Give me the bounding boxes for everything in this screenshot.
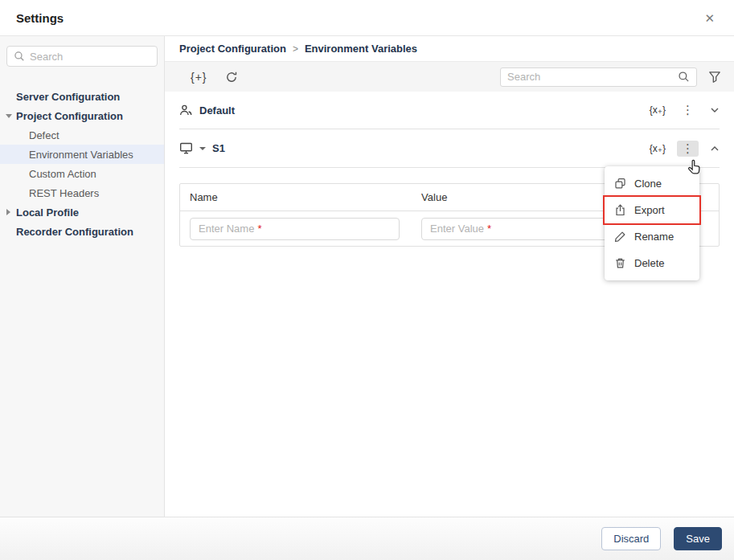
name-field[interactable]: Enter Name * xyxy=(190,218,400,240)
breadcrumb-parent[interactable]: Project Configuration xyxy=(179,43,286,55)
sidebar-item-rest-headers[interactable]: REST Headers xyxy=(0,183,164,202)
chevron-down-icon[interactable] xyxy=(710,105,720,115)
variables-search-input[interactable] xyxy=(507,71,673,83)
section-row-s1: S1 {x₊} ⋮ xyxy=(179,129,720,168)
section-dropdown-icon[interactable] xyxy=(199,147,206,150)
search-icon xyxy=(678,71,690,83)
sidebar-item-custom-action[interactable]: Custom Action xyxy=(0,164,164,183)
rename-icon xyxy=(614,231,626,243)
kebab-menu-icon[interactable]: ⋮ xyxy=(677,102,699,118)
close-icon[interactable]: ✕ xyxy=(701,9,718,27)
add-variable-icon[interactable]: {x₊} xyxy=(650,143,666,154)
sidebar-item-defect[interactable]: Defect xyxy=(0,125,164,145)
sidebar-item-local-profile[interactable]: Local Profile xyxy=(0,202,164,222)
dialog-title: Settings xyxy=(16,11,64,25)
env-content: Default {x₊} ⋮ S1 xyxy=(165,92,734,517)
env-toolbar: {+} xyxy=(165,62,734,92)
menu-item-export[interactable]: Export xyxy=(605,197,699,223)
section-name-default: Default xyxy=(199,104,235,116)
column-header-name: Name xyxy=(180,191,412,203)
kebab-menu-icon-active[interactable]: ⋮ xyxy=(677,141,699,157)
search-icon xyxy=(14,51,25,62)
section-context-menu: Clone Export Rename Delete xyxy=(605,166,699,280)
save-button[interactable]: Save xyxy=(674,527,722,550)
settings-sidebar: Server Configuration Project Configurati… xyxy=(0,36,165,517)
export-icon xyxy=(614,204,626,216)
menu-item-rename[interactable]: Rename xyxy=(605,223,699,250)
sidebar-item-recorder-configuration[interactable]: Recorder Configuration xyxy=(0,222,164,241)
required-marker: * xyxy=(487,223,491,235)
add-variable-icon[interactable]: {x₊} xyxy=(650,104,666,116)
dialog-footer: Discard Save xyxy=(0,517,734,560)
users-icon xyxy=(179,104,193,117)
clone-icon xyxy=(614,178,626,190)
monitor-icon xyxy=(179,141,193,155)
sidebar-search-input[interactable] xyxy=(30,51,150,63)
refresh-icon[interactable] xyxy=(225,71,238,84)
dialog-header: Settings ✕ xyxy=(0,0,734,36)
section-row-default: Default {x₊} ⋮ xyxy=(179,92,720,129)
collapse-caret-icon[interactable] xyxy=(6,209,10,215)
variables-search-box[interactable] xyxy=(500,67,697,87)
settings-nav: Server Configuration Project Configurati… xyxy=(0,87,164,241)
discard-button[interactable]: Discard xyxy=(601,527,661,550)
breadcrumb-separator: > xyxy=(293,43,298,55)
section-name-s1: S1 xyxy=(212,142,225,154)
menu-item-delete[interactable]: Delete xyxy=(605,250,699,276)
sidebar-item-server-configuration[interactable]: Server Configuration xyxy=(0,87,164,106)
sidebar-item-environment-variables[interactable]: Environment Variables xyxy=(0,145,164,164)
delete-icon xyxy=(614,257,626,269)
sidebar-item-project-configuration[interactable]: Project Configuration xyxy=(0,106,164,125)
add-variable-icon[interactable]: {+} xyxy=(191,71,207,84)
sidebar-search-box[interactable] xyxy=(6,46,158,67)
breadcrumb-current: Environment Variables xyxy=(305,43,417,55)
chevron-up-icon[interactable] xyxy=(710,144,720,153)
expand-caret-icon[interactable] xyxy=(6,114,12,118)
required-marker: * xyxy=(257,223,261,235)
menu-item-clone[interactable]: Clone xyxy=(605,170,699,197)
breadcrumb: Project Configuration > Environment Vari… xyxy=(165,36,734,62)
filter-icon[interactable] xyxy=(708,71,721,84)
